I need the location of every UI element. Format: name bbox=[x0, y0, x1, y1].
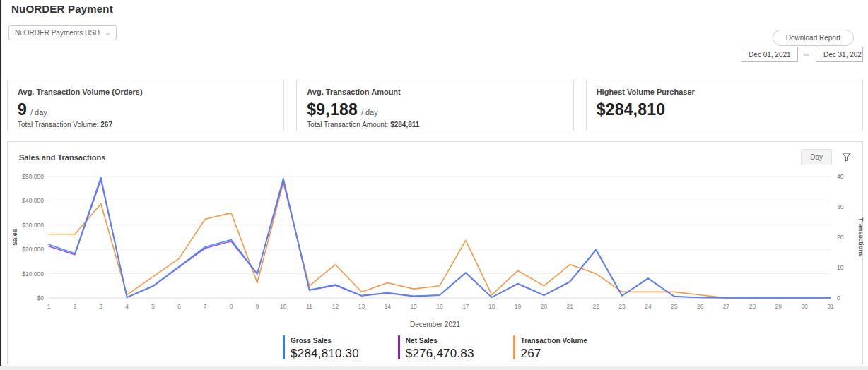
stat-card-avg-volume: Avg. Transaction Volume (Orders) 9 / day… bbox=[7, 80, 284, 131]
chart-controls: Day bbox=[801, 149, 851, 165]
stat-card-avg-amount: Avg. Transaction Amount $9,188 / day Tot… bbox=[296, 80, 573, 131]
legend-value: 267 bbox=[521, 347, 587, 361]
svg-text:15: 15 bbox=[410, 303, 417, 310]
svg-text:7: 7 bbox=[204, 303, 207, 310]
legend-label: Gross Sales bbox=[291, 335, 359, 345]
svg-text:10: 10 bbox=[280, 303, 287, 310]
svg-text:4: 4 bbox=[125, 303, 129, 310]
svg-text:16: 16 bbox=[436, 303, 443, 310]
stat-card-title: Highest Volume Purchaser bbox=[597, 88, 852, 96]
stat-cards-row: Avg. Transaction Volume (Orders) 9 / day… bbox=[7, 80, 863, 131]
svg-text:14: 14 bbox=[385, 303, 392, 310]
svg-text:0: 0 bbox=[837, 294, 840, 302]
chart-header: Sales and Transactions Day bbox=[8, 142, 862, 165]
legend-item-gross-sales: Gross Sales $284,810.30 bbox=[283, 335, 359, 361]
sales-transactions-chart: $0$10,000$20,000$30,000$40,000$50,000010… bbox=[8, 165, 864, 316]
stat-card-value: 9 bbox=[18, 100, 27, 119]
svg-text:19: 19 bbox=[515, 303, 522, 310]
svg-text:21: 21 bbox=[567, 303, 574, 310]
svg-text:3: 3 bbox=[99, 303, 102, 310]
svg-text:30: 30 bbox=[837, 203, 844, 210]
stat-card-title: Avg. Transaction Volume (Orders) bbox=[18, 88, 274, 96]
svg-text:27: 27 bbox=[723, 303, 730, 310]
chart-legend: Gross Sales $284,810.30 Net Sales $276,4… bbox=[8, 335, 862, 361]
stat-card-title: Avg. Transaction Amount bbox=[307, 88, 563, 96]
stat-card-value: $284,810 bbox=[597, 100, 666, 119]
svg-text:26: 26 bbox=[697, 303, 704, 310]
legend-value: $276,470.83 bbox=[406, 347, 474, 361]
chart-xaxis-title: December 2021 bbox=[8, 321, 862, 328]
date-range-to-label: to: bbox=[804, 52, 810, 58]
svg-text:18: 18 bbox=[488, 303, 495, 310]
legend-label: Net Sales bbox=[406, 335, 474, 345]
svg-text:$50,000: $50,000 bbox=[22, 173, 44, 180]
interval-day-button[interactable]: Day bbox=[801, 149, 832, 165]
svg-text:$20,000: $20,000 bbox=[22, 246, 44, 253]
download-report-button[interactable]: Download Report bbox=[773, 30, 854, 46]
svg-text:22: 22 bbox=[592, 303, 599, 310]
date-to-input[interactable] bbox=[816, 47, 863, 62]
stat-card-unit: / day bbox=[30, 108, 47, 117]
stat-card-value: $9,188 bbox=[307, 100, 358, 119]
svg-text:17: 17 bbox=[462, 303, 469, 310]
svg-text:31: 31 bbox=[827, 303, 834, 310]
svg-text:40: 40 bbox=[837, 173, 844, 180]
legend-value: $284,810.30 bbox=[291, 347, 359, 361]
stat-card-unit: / day bbox=[361, 108, 378, 117]
legend-color-bar bbox=[283, 335, 285, 359]
svg-text:12: 12 bbox=[332, 303, 339, 310]
svg-text:13: 13 bbox=[358, 303, 365, 310]
svg-text:10: 10 bbox=[837, 264, 844, 271]
chevron-down-icon: ⌄ bbox=[105, 30, 111, 36]
stat-card-highest-purchaser: Highest Volume Purchaser $284,810 bbox=[586, 80, 863, 131]
svg-text:11: 11 bbox=[306, 303, 312, 310]
legend-item-net-sales: Net Sales $276,470.83 bbox=[398, 335, 474, 361]
legend-color-bar bbox=[513, 335, 515, 359]
svg-text:8: 8 bbox=[230, 303, 233, 310]
svg-text:23: 23 bbox=[618, 303, 626, 310]
svg-text:$40,000: $40,000 bbox=[22, 197, 44, 204]
svg-text:6: 6 bbox=[177, 303, 181, 310]
account-selector-label: NuORDER Payments USD bbox=[15, 29, 100, 37]
nuorder-payment-page: NuORDER Payment NuORDER Payments USD ⌄ D… bbox=[0, 0, 868, 366]
sales-transactions-panel: Sales and Transactions Day $0$10,000$20,… bbox=[7, 141, 863, 364]
svg-text:Sales: Sales bbox=[11, 229, 18, 246]
svg-text:30: 30 bbox=[801, 303, 808, 310]
date-range-controls: to: bbox=[741, 47, 863, 62]
svg-text:24: 24 bbox=[645, 303, 652, 310]
chart-title: Sales and Transactions bbox=[19, 153, 105, 162]
svg-text:20: 20 bbox=[837, 234, 844, 241]
filter-funnel-icon[interactable] bbox=[842, 153, 851, 162]
svg-text:25: 25 bbox=[671, 303, 678, 310]
svg-text:9: 9 bbox=[256, 303, 259, 310]
svg-text:$30,000: $30,000 bbox=[22, 222, 44, 229]
account-selector-dropdown[interactable]: NuORDER Payments USD ⌄ bbox=[8, 25, 117, 40]
svg-text:$10,000: $10,000 bbox=[22, 270, 44, 278]
legend-label: Transaction Volume bbox=[521, 335, 587, 345]
svg-text:Transactions: Transactions bbox=[857, 217, 864, 257]
svg-text:20: 20 bbox=[541, 303, 548, 310]
stat-card-footer: Total Transaction Amount: $284,811 bbox=[307, 121, 563, 129]
page-title: NuORDER Payment bbox=[1, 0, 868, 15]
legend-color-bar bbox=[398, 335, 400, 359]
date-from-input[interactable] bbox=[741, 47, 798, 62]
svg-text:28: 28 bbox=[749, 303, 756, 310]
svg-text:5: 5 bbox=[151, 303, 155, 310]
svg-text:1: 1 bbox=[47, 303, 51, 310]
svg-text:29: 29 bbox=[775, 303, 782, 310]
legend-item-transaction-volume: Transaction Volume 267 bbox=[513, 335, 587, 361]
svg-text:2: 2 bbox=[73, 303, 76, 310]
stat-card-footer: Total Transaction Volume: 267 bbox=[18, 121, 274, 129]
svg-text:$0: $0 bbox=[37, 294, 45, 302]
